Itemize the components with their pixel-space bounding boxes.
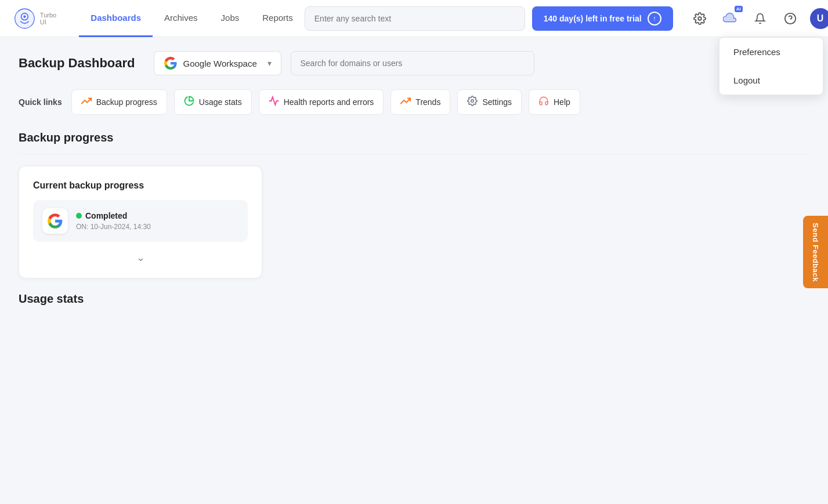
current-backup-progress-card: Current backup progress Completed — [19, 166, 262, 278]
logo-text: Turbo UI — [40, 12, 60, 26]
quick-link-backup-progress[interactable]: Backup progress — [71, 89, 167, 115]
svg-point-6 — [471, 100, 474, 103]
send-feedback-button[interactable]: Send Feedback — [803, 216, 828, 289]
quick-link-settings[interactable]: Settings — [457, 89, 522, 115]
backup-date: ON: 10-Jun-2024, 14:30 — [76, 223, 151, 231]
quick-link-label: Settings — [482, 97, 512, 107]
dashboard-header: Backup Dashboard Google Workspace ▾ — [19, 51, 809, 75]
quick-link-label: Trends — [415, 97, 440, 107]
backup-item: Completed ON: 10-Jun-2024, 14:30 — [33, 200, 248, 242]
nav-icons: AI U — [689, 8, 828, 29]
google-workspace-logo — [42, 208, 68, 234]
settings-icon-button[interactable] — [689, 8, 710, 29]
page-title: Backup Dashboard — [19, 56, 135, 71]
nav-link-reports[interactable]: Reports — [251, 0, 305, 37]
google-logo — [164, 56, 178, 70]
workspace-selector[interactable]: Google Workspace ▾ — [154, 51, 281, 75]
activity-icon — [269, 96, 279, 108]
backup-status-label: Completed — [85, 211, 127, 220]
upload-icon: ↑ — [648, 12, 661, 26]
quick-links-label: Quick links — [19, 97, 62, 107]
card-expand-button[interactable]: ⌄ — [33, 251, 248, 264]
help-circle-icon — [784, 12, 797, 25]
workspace-chevron-icon: ▾ — [267, 59, 272, 68]
usage-stats-section-title: Usage stats — [19, 292, 809, 306]
nav-link-archives[interactable]: Archives — [153, 0, 209, 37]
user-dropdown-menu: Preferences Logout — [719, 37, 823, 95]
workspace-name: Google Workspace — [183, 59, 262, 68]
quick-link-label: Help — [554, 97, 570, 107]
nav-link-dashboards[interactable]: Dashboards — [79, 0, 153, 37]
gear-icon — [693, 12, 706, 25]
section-divider — [19, 154, 809, 154]
preferences-menu-item[interactable]: Preferences — [719, 38, 823, 66]
status-dot-completed — [76, 213, 82, 219]
headphones-icon — [538, 96, 549, 108]
quick-link-usage-stats[interactable]: Usage stats — [174, 89, 252, 115]
backup-status-row: Completed — [76, 211, 151, 220]
logo-icon — [14, 6, 35, 31]
cloud-icon — [723, 13, 737, 24]
svg-point-3 — [698, 17, 702, 20]
trends-icon — [400, 96, 411, 108]
svg-point-0 — [15, 9, 34, 28]
notifications-button[interactable] — [750, 8, 771, 29]
quick-link-trends[interactable]: Trends — [391, 89, 450, 115]
quick-link-label: Backup progress — [96, 97, 157, 107]
trial-button[interactable]: 140 day(s) left in free trial ↑ — [532, 6, 673, 31]
nav-link-jobs[interactable]: Jobs — [209, 0, 251, 37]
google-g-icon — [47, 213, 63, 229]
quick-link-help[interactable]: Help — [529, 89, 580, 115]
user-avatar-button[interactable]: U — [810, 8, 828, 29]
nav-links: Dashboards Archives Jobs Reports — [79, 0, 304, 37]
top-navigation: Turbo UI Dashboards Archives Jobs Report… — [0, 0, 828, 37]
settings-gear-icon — [467, 96, 478, 108]
logout-menu-item[interactable]: Logout — [719, 66, 823, 95]
quick-link-label: Health reports and errors — [284, 97, 374, 107]
chevron-down-icon: ⌄ — [136, 251, 145, 264]
help-button[interactable] — [780, 8, 801, 29]
domain-search-input[interactable] — [291, 51, 534, 75]
quick-links-bar: Quick links Backup progress Usage stats … — [19, 89, 809, 115]
backup-item-info: Completed ON: 10-Jun-2024, 14:30 — [76, 211, 151, 231]
quick-link-health-reports[interactable]: Health reports and errors — [259, 89, 384, 115]
trending-up-icon — [81, 96, 92, 108]
svg-point-2 — [23, 15, 26, 17]
ai-badge: AI — [735, 6, 743, 12]
cards-row: Current backup progress Completed — [19, 166, 809, 278]
bell-icon — [754, 12, 766, 25]
cloud-ai-button[interactable]: AI — [719, 8, 740, 29]
trial-label: 140 day(s) left in free trial — [544, 14, 642, 23]
main-content: Backup Dashboard Google Workspace ▾ Quic… — [0, 37, 828, 320]
backup-progress-section-title: Backup progress — [19, 131, 809, 144]
top-search-input[interactable] — [305, 6, 525, 31]
pie-chart-icon — [184, 96, 194, 108]
top-search-area: 140 day(s) left in free trial ↑ AI — [305, 6, 828, 31]
card-title: Current backup progress — [33, 180, 248, 191]
logo-area[interactable]: Turbo UI — [14, 6, 60, 31]
quick-link-label: Usage stats — [199, 97, 242, 107]
